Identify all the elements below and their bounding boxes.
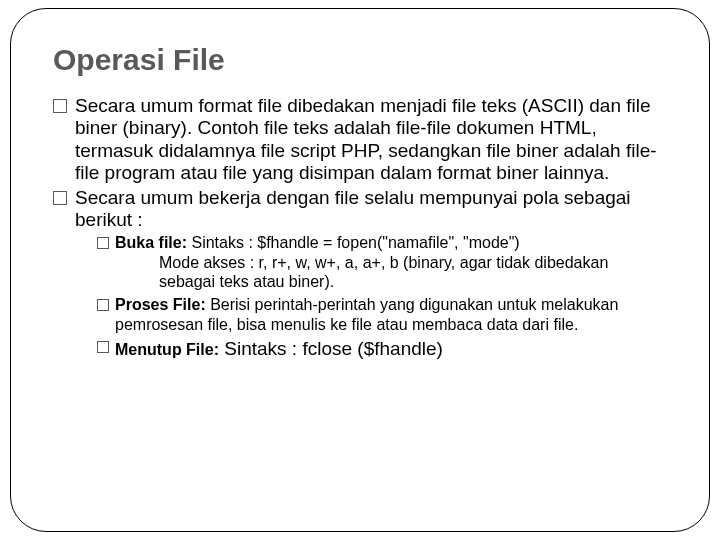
sub-item: Proses File: Berisi perintah-perintah ya… [97, 295, 667, 334]
bullet-text: Secara umum bekerja dengan file selalu m… [75, 187, 631, 230]
sub-bullet-list: Buka file: Sintaks : $fhandle = fopen("n… [75, 233, 667, 360]
bullet-item: Secara umum format file dibedakan menjad… [53, 95, 667, 185]
slide-title: Operasi File [53, 43, 667, 77]
sub-item-rest: Sintaks : $fhandle = fopen("namafile", "… [187, 234, 520, 251]
sub-item-tail: Sintaks : fclose ($fhandle) [219, 338, 443, 359]
bullet-item: Secara umum bekerja dengan file selalu m… [53, 187, 667, 361]
sub-item-bold: Menutup File: [115, 341, 219, 358]
sub-item-bold: Proses File: [115, 296, 206, 313]
sub-item-indent: Mode akses : r, r+, w, w+, a, a+, b (bin… [115, 253, 667, 292]
bullet-text: Secara umum format file dibedakan menjad… [75, 95, 657, 183]
sub-item: Menutup File: Sintaks : fclose ($fhandle… [97, 337, 667, 360]
slide-frame: Operasi File Secara umum format file dib… [10, 8, 710, 532]
sub-item-bold: Buka file: [115, 234, 187, 251]
sub-item: Buka file: Sintaks : $fhandle = fopen("n… [97, 233, 667, 292]
main-bullet-list: Secara umum format file dibedakan menjad… [53, 95, 667, 360]
